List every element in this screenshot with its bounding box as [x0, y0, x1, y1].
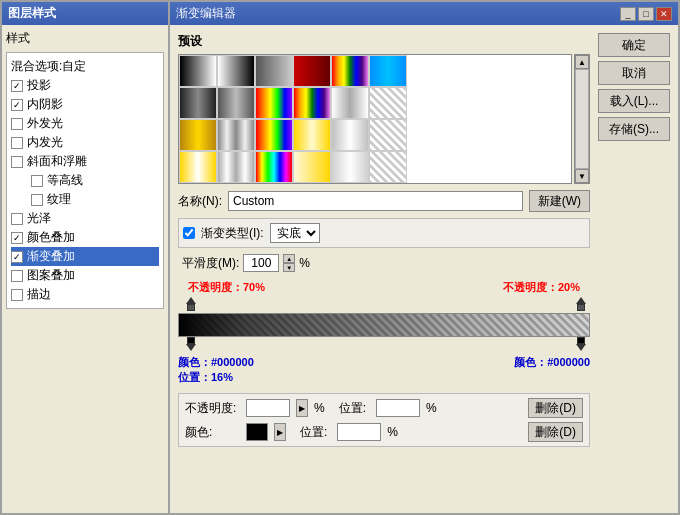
inner-glow-checkbox[interactable] [11, 137, 23, 149]
sidebar-item-gradient-overlay[interactable]: 渐变叠加 [11, 247, 159, 266]
sidebar-item-shadow[interactable]: 投影 [11, 76, 159, 95]
preset-2[interactable] [217, 55, 255, 87]
gradient-preview-bar[interactable] [178, 313, 590, 337]
preset-24[interactable] [369, 151, 407, 183]
outer-glow-checkbox[interactable] [11, 118, 23, 130]
preset-19[interactable] [179, 151, 217, 183]
preset-13[interactable] [179, 119, 217, 151]
texture-checkbox[interactable] [31, 194, 43, 206]
preset-21[interactable] [255, 151, 293, 183]
opacity-handle-left[interactable] [186, 297, 196, 311]
sidebar-item-pattern-overlay[interactable]: 图案叠加 [11, 266, 159, 285]
new-button[interactable]: 新建(W) [529, 190, 590, 212]
gradient-type-checkbox[interactable] [183, 227, 195, 239]
color-handles [178, 337, 590, 353]
sidebar-item-inner-glow[interactable]: 内发光 [11, 133, 159, 152]
color-handle-left-body [187, 337, 195, 344]
opacity-handle-right-triangle [576, 297, 586, 304]
scroll-down-arrow[interactable]: ▼ [575, 169, 589, 183]
minimize-button[interactable]: _ [620, 7, 636, 21]
layer-styles-content: 样式 混合选项:自定 投影 内阴影 外发光 [2, 25, 168, 317]
opacity-handle-right[interactable] [576, 297, 586, 311]
opacity-stop-input[interactable] [246, 399, 290, 417]
preset-22[interactable] [293, 151, 331, 183]
preset-1[interactable] [179, 55, 217, 87]
preset-5[interactable] [331, 55, 369, 87]
preset-6[interactable] [369, 55, 407, 87]
smooth-down-arrow[interactable]: ▼ [283, 263, 295, 272]
opacity-delete-button[interactable]: 删除(D) [528, 398, 583, 418]
confirm-button[interactable]: 确定 [598, 33, 670, 57]
color-label-right: 颜色：#000000 [514, 355, 590, 385]
color-handle-right[interactable] [576, 337, 586, 351]
sidebar-item-gloss[interactable]: 光泽 [11, 209, 159, 228]
preset-10[interactable] [293, 87, 331, 119]
color-overlay-label: 颜色叠加 [27, 229, 75, 246]
gradient-overlay-checkbox[interactable] [11, 251, 23, 263]
sidebar-item-texture[interactable]: 纹理 [11, 190, 159, 209]
name-input[interactable] [228, 191, 523, 211]
color-handle-left[interactable] [186, 337, 196, 351]
sidebar-item-bevel[interactable]: 斜面和浮雕 [11, 152, 159, 171]
close-button[interactable]: ✕ [656, 7, 672, 21]
color-swatch[interactable] [246, 423, 268, 441]
sidebar-item-stroke[interactable]: 描边 [11, 285, 159, 304]
shadow-checkbox[interactable] [11, 80, 23, 92]
sidebar-item-inner-shadow[interactable]: 内阴影 [11, 95, 159, 114]
preset-17[interactable] [331, 119, 369, 151]
preset-3[interactable] [255, 55, 293, 87]
preset-label: 预设 [178, 33, 590, 50]
preset-18[interactable] [369, 119, 407, 151]
smooth-up-arrow[interactable]: ▲ [283, 254, 295, 263]
gradient-type-label: 渐变类型(I): [201, 225, 264, 242]
sidebar-item-blend[interactable]: 混合选项:自定 [11, 57, 159, 76]
preset-7[interactable] [179, 87, 217, 119]
color-delete-button[interactable]: 删除(D) [528, 422, 583, 442]
sidebar-item-color-overlay[interactable]: 颜色叠加 [11, 228, 159, 247]
preset-8[interactable] [217, 87, 255, 119]
color-position-label: 位置: [300, 424, 327, 441]
gradient-type-select[interactable]: 实底 杂色 [270, 223, 320, 243]
stroke-checkbox[interactable] [11, 289, 23, 301]
smoothness-stepper[interactable]: ▲ ▼ [283, 254, 295, 272]
opacity-position-label: 位置: [339, 400, 366, 417]
smoothness-input[interactable] [243, 254, 279, 272]
preset-4[interactable] [293, 55, 331, 87]
sidebar-item-style[interactable]: 样式 [6, 29, 164, 48]
preset-12[interactable] [369, 87, 407, 119]
preset-grid-container: ▲ ▼ [178, 54, 590, 184]
ge-right-panel: 确定 取消 载入(L)... 存储(S)... [598, 33, 670, 505]
preset-11[interactable] [331, 87, 369, 119]
color-label-left: 颜色：#000000位置：16% [178, 355, 254, 385]
cancel-button[interactable]: 取消 [598, 61, 670, 85]
save-button[interactable]: 存储(S)... [598, 117, 670, 141]
preset-9[interactable] [255, 87, 293, 119]
gloss-checkbox[interactable] [11, 213, 23, 225]
contour-label: 等高线 [47, 172, 83, 189]
contour-checkbox[interactable] [31, 175, 43, 187]
maximize-button[interactable]: □ [638, 7, 654, 21]
inner-glow-label: 内发光 [27, 134, 63, 151]
scroll-track[interactable] [575, 69, 589, 169]
sidebar-item-outer-glow[interactable]: 外发光 [11, 114, 159, 133]
name-row: 名称(N): 新建(W) [178, 190, 590, 212]
preset-20[interactable] [217, 151, 255, 183]
color-stepper[interactable]: ▶ [274, 423, 286, 441]
load-button[interactable]: 载入(L)... [598, 89, 670, 113]
preset-14[interactable] [217, 119, 255, 151]
scroll-up-arrow[interactable]: ▲ [575, 55, 589, 69]
inner-shadow-checkbox[interactable] [11, 99, 23, 111]
opacity-stop-row: 不透明度: ▶ % 位置: % 删除(D) [185, 398, 583, 418]
opacity-position-input[interactable] [376, 399, 420, 417]
pattern-overlay-checkbox[interactable] [11, 270, 23, 282]
sidebar-item-contour[interactable]: 等高线 [11, 171, 159, 190]
preset-23[interactable] [331, 151, 369, 183]
color-overlay-checkbox[interactable] [11, 232, 23, 244]
color-position-percent: % [387, 425, 398, 439]
preset-16[interactable] [293, 119, 331, 151]
color-position-input[interactable] [337, 423, 381, 441]
shadow-label: 投影 [27, 77, 51, 94]
bevel-checkbox[interactable] [11, 156, 23, 168]
opacity-stepper[interactable]: ▶ [296, 399, 308, 417]
preset-15[interactable] [255, 119, 293, 151]
